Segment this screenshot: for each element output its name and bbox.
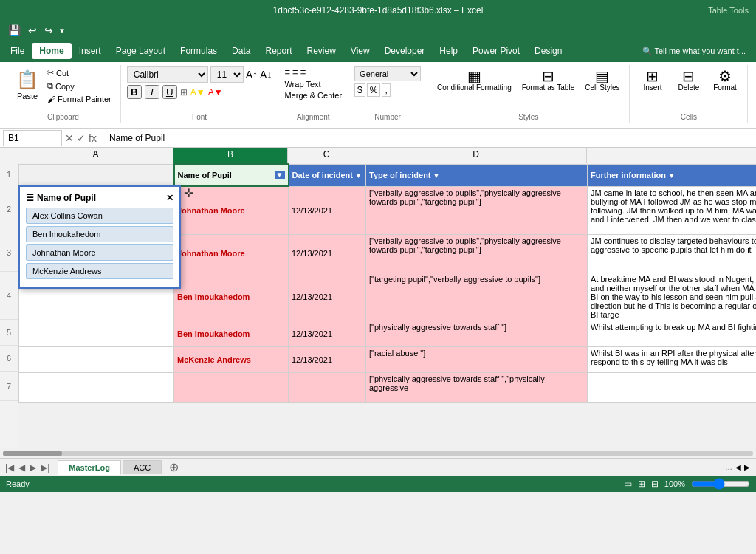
save-button[interactable]: 💾 (6, 23, 23, 38)
sheet-tab-masterlog[interactable]: MasterLog (58, 460, 121, 475)
cancel-formula-icon[interactable]: ✕ (65, 132, 74, 144)
font-name-select[interactable]: Calibri (127, 66, 208, 83)
fill-color-button[interactable]: A▼ (190, 87, 205, 98)
menu-insert[interactable]: Insert (72, 43, 109, 59)
cell-b1-selected[interactable]: Name of Pupil ▼ (174, 164, 289, 186)
cell-c1[interactable]: Date of incident ▼ (289, 164, 366, 186)
add-sheet-button[interactable]: ⊕ (163, 459, 185, 476)
menu-developer[interactable]: Developer (377, 43, 433, 59)
cell-d2[interactable]: ["verbally aggressive to pupils","physic… (366, 186, 588, 234)
prev-sheet-button[interactable]: ◀ (16, 462, 27, 473)
filter-dropdown-type[interactable]: ▼ (433, 172, 440, 179)
menu-report[interactable]: Report (258, 43, 299, 59)
col-header-d[interactable]: D (365, 148, 587, 163)
scroll-area-indicator[interactable]: … (725, 463, 732, 471)
cut-button[interactable]: ✂ Cut (44, 66, 114, 79)
filter-dropdown-name[interactable]: ▼ (275, 171, 285, 179)
menu-power-pivot[interactable]: Power Pivot (465, 43, 527, 59)
border-button[interactable]: ⊞ (180, 87, 188, 98)
format-painter-button[interactable]: 🖌 Format Painter (44, 93, 114, 105)
menu-page-layout[interactable]: Page Layout (109, 43, 173, 59)
wrap-text-button[interactable]: Wrap Text (284, 80, 320, 89)
cell-d3[interactable]: ["verbally aggressive to pupils","physic… (366, 234, 588, 273)
grid-scroll-area[interactable]: Name of Pupil ▼ Date of incident ▼ Type … (18, 163, 756, 448)
zoom-slider[interactable] (691, 478, 750, 490)
currency-button[interactable]: $ (354, 83, 365, 97)
cell-e3[interactable]: JM continues to display targeted behavio… (588, 234, 757, 273)
cell-e4[interactable]: At breaktime MA and BI was stood in Nuge… (588, 273, 757, 321)
scroll-track[interactable] (3, 451, 753, 456)
menu-review[interactable]: Review (300, 43, 343, 59)
align-center-button[interactable]: ≡ (292, 66, 298, 78)
first-sheet-button[interactable]: |◀ (3, 462, 16, 473)
menu-data[interactable]: Data (224, 43, 258, 59)
next-sheet-button[interactable]: ▶ (27, 462, 38, 473)
delete-cells-button[interactable]: ⊟ Delete (672, 66, 705, 94)
cell-e2[interactable]: JM came in late to school, he then seen … (588, 186, 757, 234)
cell-d6[interactable]: ["racial abuse "] (366, 346, 588, 372)
cell-d1[interactable]: Type of incident ▼ (366, 164, 588, 186)
cell-e1[interactable]: Further information ▼ (588, 164, 757, 186)
cell-styles-button[interactable]: ▤ Cell Styles (581, 66, 623, 94)
align-left-button[interactable]: ≡ (284, 66, 290, 78)
underline-button[interactable]: U (162, 85, 177, 99)
cell-reference-box[interactable] (3, 130, 62, 146)
cell-d5[interactable]: ["physically aggressive towards staff "] (366, 321, 588, 346)
filter-item-johnathan[interactable]: Johnathan Moore (26, 244, 173, 261)
cell-b2[interactable]: Johnathan Moore (174, 186, 289, 234)
cell-e7[interactable] (588, 372, 757, 402)
decrease-font-button[interactable]: A↓ (260, 69, 272, 81)
cell-b5[interactable]: Ben Imoukahedom (174, 321, 289, 346)
page-break-view-button[interactable]: ⊟ (651, 479, 659, 489)
cell-b3[interactable]: Johnathan Moore (174, 234, 289, 273)
filter-item-ben[interactable]: Ben Imoukahedom (26, 226, 173, 242)
font-size-select[interactable]: 11 (210, 66, 244, 83)
insert-cells-button[interactable]: ⊞ Insert (636, 66, 669, 94)
conditional-formatting-button[interactable]: ▦ Conditional Formatting (433, 66, 515, 94)
sheet-scroll-left[interactable]: ◀ (735, 463, 741, 471)
col-header-c[interactable]: C (288, 148, 365, 163)
italic-button[interactable]: I (145, 85, 159, 99)
cell-c5[interactable]: 12/13/2021 (289, 321, 366, 346)
cell-a5[interactable] (19, 321, 174, 346)
quick-access-dropdown[interactable]: ▼ (58, 27, 66, 35)
sheet-tab-acc[interactable]: ACC (123, 460, 162, 474)
normal-view-button[interactable]: ▭ (624, 479, 632, 489)
cell-c4[interactable]: 12/13/2021 (289, 273, 366, 321)
col-header-a[interactable]: A (18, 148, 173, 163)
last-sheet-button[interactable]: ▶| (38, 462, 52, 473)
cell-a6[interactable] (19, 346, 174, 372)
cell-c6[interactable]: 12/13/2021 (289, 346, 366, 372)
cell-c2[interactable]: 12/13/2021 (289, 186, 366, 234)
menu-file[interactable]: File (3, 43, 32, 59)
cell-e5[interactable]: Whilst attempting to break up MA and BI … (588, 321, 757, 346)
number-format-select[interactable]: General (354, 66, 421, 81)
paste-button[interactable]: 📋 Paste (12, 66, 43, 103)
format-cells-button[interactable]: ⚙ Format (708, 66, 741, 94)
filter-item-alex[interactable]: Alex Collins Cowan (26, 208, 173, 224)
increase-font-button[interactable]: A↑ (246, 69, 258, 81)
cell-d7[interactable]: ["physically aggressive towards staff ",… (366, 372, 588, 402)
undo-button[interactable]: ↩ (26, 23, 39, 38)
menu-help[interactable]: Help (432, 43, 465, 59)
copy-button[interactable]: ⧉ Copy (44, 80, 114, 92)
cell-b7[interactable] (174, 372, 289, 402)
cell-a1[interactable] (19, 164, 174, 186)
comma-button[interactable]: , (382, 83, 390, 97)
redo-button[interactable]: ↪ (42, 23, 55, 38)
scroll-thumb[interactable] (3, 451, 62, 456)
sheet-scroll-right[interactable]: ▶ (744, 463, 750, 471)
page-layout-view-button[interactable]: ⊞ (638, 479, 645, 489)
cell-c7[interactable] (289, 372, 366, 402)
cell-a7[interactable] (19, 372, 174, 402)
filter-dropdown-info[interactable]: ▼ (668, 172, 675, 179)
cell-e6[interactable]: Whilst BI was in an RPI after the physic… (588, 346, 757, 372)
col-header-b[interactable]: B (173, 148, 288, 163)
menu-formulas[interactable]: Formulas (173, 43, 224, 59)
cell-c3[interactable]: 12/13/2021 (289, 234, 366, 273)
cell-d4[interactable]: ["targeting pupil","verbally aggressive … (366, 273, 588, 321)
cell-b4[interactable]: Ben Imoukahedom (174, 273, 289, 321)
filter-item-mckenzie[interactable]: McKenzie Andrews (26, 263, 173, 279)
filter-dropdown-date[interactable]: ▼ (355, 172, 362, 179)
font-color-button[interactable]: A▼ (208, 87, 223, 98)
